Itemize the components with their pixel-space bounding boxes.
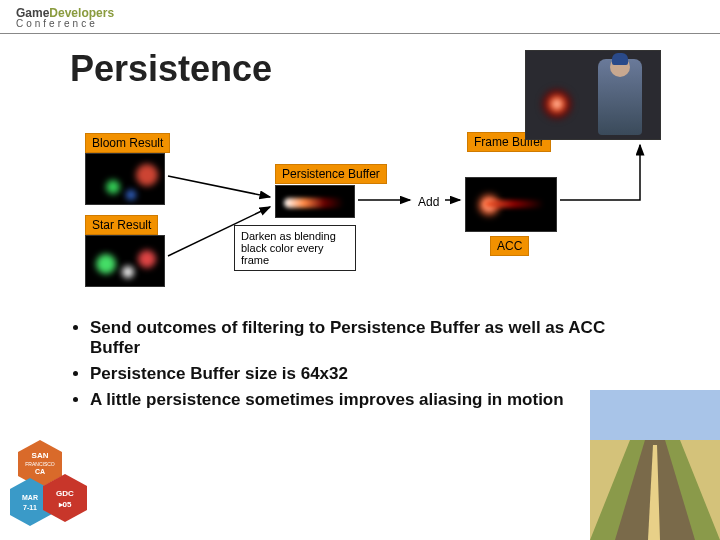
svg-text:SAN: SAN [32, 451, 49, 460]
bullet-list: Send outcomes of filtering to Persistenc… [80, 318, 630, 416]
thumb-framebuffer [525, 50, 661, 140]
thumb-bloom [85, 153, 165, 205]
svg-text:FRANCISCO: FRANCISCO [25, 461, 55, 467]
gdc-badge-icon: SAN FRANCISCO CA MAR 7-11 GDC ▸05 [10, 430, 100, 530]
thumb-persistence [275, 185, 355, 218]
bullet-item: Send outcomes of filtering to Persistenc… [90, 318, 630, 358]
svg-line-0 [168, 176, 270, 197]
header-bar: GameDevelopers Conference [0, 0, 720, 34]
thumb-acc [465, 177, 557, 232]
gdc-logo: GameDevelopers Conference [16, 6, 114, 29]
thumb-star [85, 235, 165, 287]
svg-text:▸05: ▸05 [58, 500, 72, 509]
slide-title: Persistence [70, 48, 272, 90]
bullet-item: Persistence Buffer size is 64x32 [90, 364, 630, 384]
label-star-result: Star Result [85, 215, 158, 235]
note-darken: Darken as blending black color every fra… [234, 225, 356, 271]
label-persistence-buffer: Persistence Buffer [275, 164, 387, 184]
label-acc: ACC [490, 236, 529, 256]
svg-text:GDC: GDC [56, 489, 74, 498]
svg-text:MAR: MAR [22, 494, 38, 501]
label-bloom-result: Bloom Result [85, 133, 170, 153]
svg-text:7-11: 7-11 [23, 504, 37, 511]
label-add: Add [418, 195, 439, 209]
bullet-item: A little persistence sometimes improves … [90, 390, 630, 410]
svg-text:CA: CA [35, 468, 45, 475]
